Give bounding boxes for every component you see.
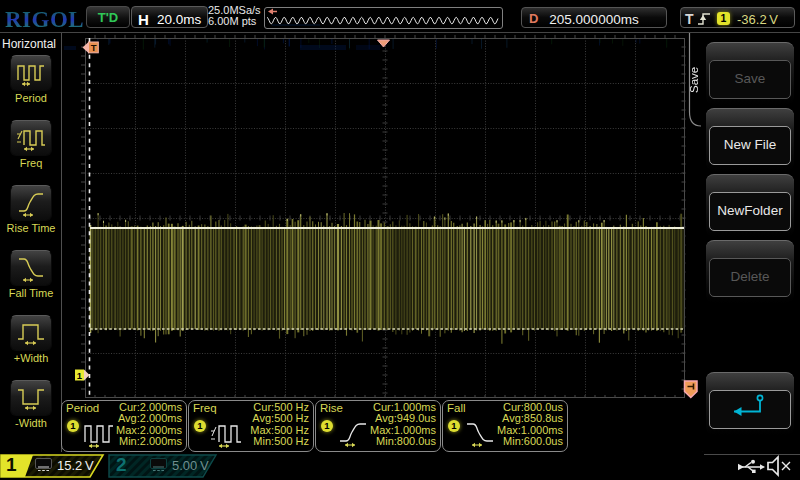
svg-text:T: T — [91, 42, 97, 53]
svg-text:1: 1 — [77, 370, 83, 381]
